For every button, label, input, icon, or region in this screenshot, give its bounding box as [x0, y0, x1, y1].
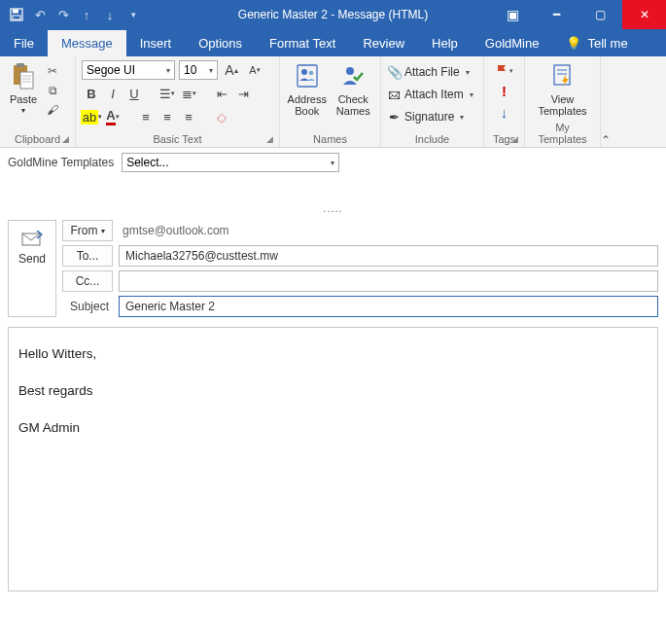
underline-icon[interactable]: U [124, 84, 144, 103]
group-label-clipboard: Clipboard [15, 133, 60, 145]
group-tags: ▾ ! ↓ Tags◢ [484, 56, 525, 147]
chevron-down-icon: ▾ [509, 67, 513, 75]
align-center-icon[interactable]: ≡ [158, 107, 177, 126]
view-templates-button[interactable]: View Templates [532, 58, 594, 117]
svg-rect-4 [17, 63, 24, 67]
group-label-include: Include [415, 133, 449, 145]
check-names-icon [337, 60, 368, 91]
high-importance-button[interactable]: ! [502, 83, 507, 99]
highlight-icon[interactable]: ab▾ [82, 107, 101, 126]
svg-point-11 [308, 71, 313, 76]
paste-icon [8, 60, 39, 91]
increase-indent-icon[interactable]: ⇥ [233, 84, 253, 103]
undo-icon[interactable]: ↶ [29, 4, 51, 25]
group-include: 📎Attach File▾ 🖂Attach Item▾ ✒Signature▾ … [381, 56, 484, 147]
group-clipboard: Paste ▾ ✂ ⧉ 🖌 Clipboard◢ [0, 56, 76, 147]
font-size-combo[interactable]: 10▾ [179, 60, 218, 80]
signature-button[interactable]: ✒Signature▾ [387, 107, 464, 126]
follow-up-flag-button[interactable]: ▾ [495, 64, 513, 78]
font-name-combo[interactable]: Segoe UI▾ [82, 60, 175, 80]
window-doc-icon[interactable]: ▣ [491, 0, 535, 29]
send-button[interactable]: Send [8, 220, 56, 317]
flag-icon [495, 64, 508, 78]
attach-item-label: Attach Item [404, 88, 464, 101]
subject-field[interactable] [119, 296, 658, 317]
decrease-indent-icon[interactable]: ⇤ [212, 84, 231, 103]
customize-qat-icon[interactable]: ▾ [123, 4, 144, 25]
templates-icon [547, 60, 578, 91]
chevron-up-icon: ⌃ [601, 133, 611, 147]
send-label: Send [18, 252, 46, 266]
from-value: gmtse@outlook.com [119, 224, 229, 237]
address-book-button[interactable]: Address Book [286, 58, 329, 117]
group-basic-text: Segoe UI▾ 10▾ A▴ A▾ B I U ☰▾ ≣▾ [76, 56, 280, 147]
arrow-down-icon[interactable]: ↓ [99, 4, 121, 25]
tab-options[interactable]: Options [185, 30, 256, 56]
tab-help[interactable]: Help [418, 30, 472, 56]
paperclip-icon: 📎 [387, 65, 401, 80]
window-minimize-icon[interactable]: ━ [535, 0, 578, 29]
address-book-icon [292, 60, 323, 91]
signature-icon: ✒ [387, 110, 401, 125]
numbering-icon[interactable]: ≣▾ [179, 84, 198, 103]
attach-item-button[interactable]: 🖂Attach Item▾ [387, 85, 473, 104]
ribbon-tabs: File Message Insert Options Format Text … [0, 29, 666, 56]
tab-review[interactable]: Review [349, 30, 418, 56]
redo-icon[interactable]: ↷ [53, 4, 74, 25]
dialog-launcher-icon[interactable]: ◢ [266, 134, 273, 144]
lightbulb-icon: 💡 [566, 36, 581, 51]
font-size-value: 10 [184, 63, 196, 77]
goldmine-templates-select[interactable]: Select... ▾ [122, 153, 339, 172]
low-importance-button[interactable]: ↓ [501, 104, 508, 121]
window-close-icon[interactable]: ✕ [622, 0, 666, 29]
format-painter-icon[interactable]: 🖌 [43, 101, 62, 119]
window-maximize-icon[interactable]: ▢ [578, 0, 622, 29]
dialog-launcher-icon[interactable]: ◢ [511, 134, 518, 144]
chevron-down-icon: ▾ [101, 227, 105, 235]
italic-icon[interactable]: I [103, 84, 123, 103]
send-envelope-icon [21, 231, 43, 246]
cc-field[interactable] [119, 270, 658, 292]
tab-insert[interactable]: Insert [126, 30, 186, 56]
chevron-down-icon: ▾ [470, 90, 473, 99]
tab-goldmine[interactable]: GoldMine [472, 30, 553, 56]
svg-rect-2 [13, 16, 20, 19]
copy-icon[interactable]: ⧉ [43, 82, 62, 99]
clear-formatting-icon[interactable]: ◇ [212, 107, 231, 126]
clipboard-small-buttons: ✂ ⧉ 🖌 [43, 58, 62, 119]
align-right-icon[interactable]: ≡ [179, 107, 198, 126]
group-label-names: Names [313, 133, 347, 145]
cc-button[interactable]: Cc... [62, 270, 113, 292]
arrow-up-icon[interactable]: ↑ [76, 4, 97, 25]
dialog-launcher-icon[interactable]: ◢ [62, 134, 69, 144]
from-button[interactable]: From▾ [62, 220, 113, 241]
message-body[interactable]: Hello Witters, Best regards GM Admin [8, 327, 658, 591]
bullets-icon[interactable]: ☰▾ [158, 84, 177, 103]
chevron-down-icon: ▾ [460, 113, 464, 122]
window-controls: ▣ ━ ▢ ✕ [491, 0, 666, 29]
check-names-button[interactable]: Check Names [333, 58, 375, 117]
to-field[interactable] [119, 245, 658, 267]
paste-button[interactable]: Paste ▾ [6, 58, 41, 116]
align-left-icon[interactable]: ≡ [136, 107, 156, 126]
tab-file[interactable]: File [0, 30, 48, 56]
shrink-font-icon[interactable]: A▾ [245, 60, 264, 80]
to-button[interactable]: To... [62, 245, 113, 267]
font-color-icon[interactable]: A▾ [103, 107, 123, 126]
chevron-down-icon: ▾ [166, 66, 170, 75]
tell-me-search[interactable]: 💡 Tell me [552, 30, 641, 56]
chevron-down-icon: ▾ [331, 159, 334, 167]
save-icon[interactable] [6, 4, 27, 25]
signature-label: Signature [404, 110, 454, 124]
tab-message[interactable]: Message [48, 30, 126, 56]
bold-icon[interactable]: B [82, 84, 101, 103]
goldmine-templates-row: GoldMine Templates Select... ▾ [0, 148, 666, 177]
attach-file-button[interactable]: 📎Attach File▾ [387, 62, 470, 82]
grow-font-icon[interactable]: A▴ [222, 60, 241, 80]
cut-icon[interactable]: ✂ [43, 62, 62, 80]
goldmine-templates-label: GoldMine Templates [8, 156, 114, 169]
ribbon-collapse[interactable]: ⌃ [601, 56, 666, 147]
message-header: Send From▾ gmtse@outlook.com To... Cc...… [8, 220, 658, 317]
goldmine-templates-value: Select... [126, 156, 168, 169]
tab-format-text[interactable]: Format Text [256, 30, 349, 56]
